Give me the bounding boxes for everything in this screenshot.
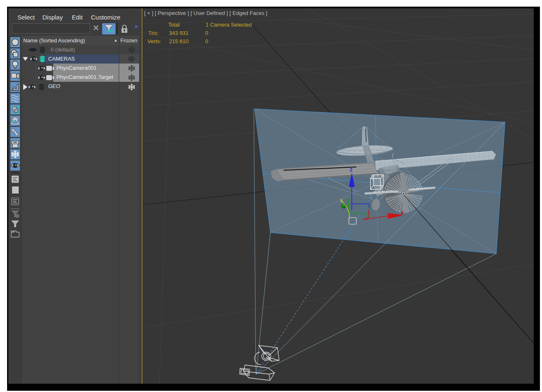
svg-text:Verts:: Verts: — [147, 38, 161, 44]
svg-text:Tris:: Tris: — [148, 30, 159, 36]
svg-text:343 931: 343 931 — [169, 30, 189, 36]
svg-text:X: X — [401, 210, 404, 215]
svg-text:215 610: 215 610 — [169, 38, 189, 44]
svg-text:1 Camera Selected: 1 Camera Selected — [206, 22, 252, 28]
svg-text:0: 0 — [205, 30, 208, 36]
svg-text:0: 0 — [205, 38, 208, 44]
svg-text:Total: Total — [168, 22, 180, 28]
svg-text:Z: Z — [350, 167, 353, 172]
svg-text:Y: Y — [340, 198, 343, 203]
svg-text:[ + ] [ Perspective ] [ User D: [ + ] [ Perspective ] [ User Defined ] [… — [144, 10, 267, 16]
